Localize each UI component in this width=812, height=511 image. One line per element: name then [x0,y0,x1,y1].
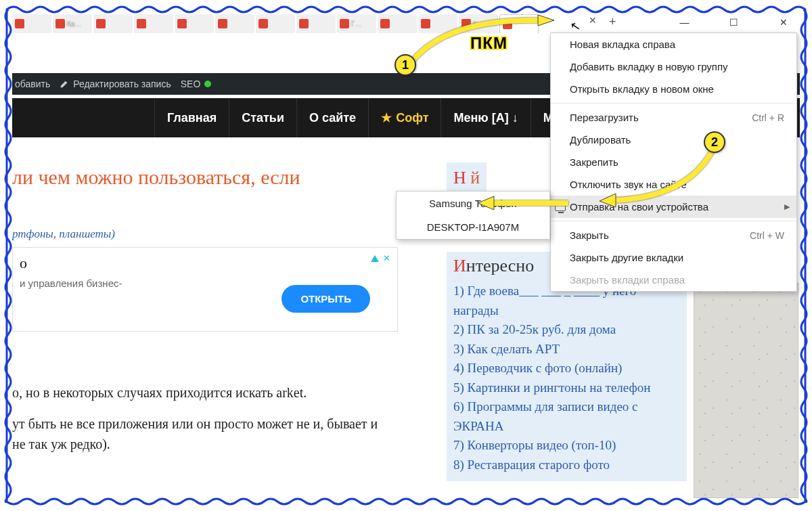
annotation-label-pkm: ПКМ [470,34,508,53]
close-window-button[interactable]: ✕ [768,12,798,32]
ctx-label: Закрыть вкладки справа [570,274,685,286]
annotation-badge-2: 2 [704,131,725,153]
nav-soft[interactable]: ★Софт [368,98,441,137]
body-paragraph: о, но в некоторых случаях приходится иск… [12,382,391,403]
sidebar-list: 1) Где воева___ ___ _ ____ у него наград… [447,277,687,481]
ctx-label: Отключить звук на сайте [570,179,687,190]
ad-info-icon[interactable] [371,255,379,262]
sidebar-heading-cut: Н й [447,162,487,191]
sidebar-link[interactable]: 3) Как сделать АРТ [453,340,680,359]
sidebar-link[interactable]: 4) Переводчик с фото (онлайн) [453,359,680,378]
ctx-label: Новая вкладка справа [570,39,675,50]
star-icon: ★ [381,110,392,125]
ctx-send-to-devices[interactable]: Отправка на свои устройства ▶ [551,196,796,218]
browser-tab[interactable] [418,14,457,33]
browser-tab[interactable] [134,14,173,33]
seo-status-dot-icon [204,81,211,87]
browser-tab[interactable] [93,14,133,33]
window-controls: — ☐ ✕ [669,12,798,32]
ctx-new-tab-right[interactable]: Новая вкладка справа [551,33,796,55]
browser-tab[interactable] [378,14,417,33]
nav-menu-a[interactable]: Меню [А] ↓ [441,98,530,137]
ctx-label: Открыть вкладку в новом окне [570,83,714,95]
nav-home[interactable]: Главная [154,98,229,137]
nav-soft-label: Софт [396,111,428,125]
body-paragraph: ут быть не все приложения или он просто … [12,414,391,454]
admin-add[interactable]: обавить [15,79,50,89]
ctx-shortcut: Ctrl + W [750,230,784,241]
ctx-reload[interactable]: ПерезагрузитьCtrl + R [551,106,796,129]
ctx-label: Закрыть другие вкладки [570,252,683,263]
sidebar-link[interactable]: 7) Конверторы видео (топ-10) [453,436,680,456]
ctx-pin[interactable]: Закрепить [551,151,796,173]
ctx-shortcut: Ctrl + R [752,112,784,123]
submenu-arrow-icon: ▶ [784,202,790,211]
browser-tab[interactable] [12,14,51,33]
sidebar-link[interactable]: 2) ПК за 20-25к руб. для дома [453,320,680,340]
device-desktop[interactable]: DESKTOP-I1A907M [397,215,549,239]
ctx-duplicate[interactable]: Дублировать [551,129,796,151]
ctx-close[interactable]: ЗакрытьCtrl + W [551,224,796,246]
new-tab-button[interactable]: + [609,15,616,29]
ctx-label: Отправка на свои устройства [570,201,708,213]
tab-close-button[interactable]: ✕ [589,15,597,26]
device-samsung[interactable]: Samsung Телефон [397,192,549,215]
texture-thumbnail [694,283,798,498]
nav-about[interactable]: О сайте [296,98,368,137]
browser-tab-active[interactable] [499,14,539,33]
ctx-separator [551,103,796,104]
devices-submenu: Samsung Телефон DESKTOP-I1A907M [396,191,550,240]
browser-tab[interactable] [215,14,254,33]
ad-close-icon[interactable]: ✕ [383,253,390,263]
browser-tab[interactable] [175,14,214,33]
ctx-label: Дублировать [570,134,631,146]
admin-seo[interactable]: SEO [181,79,212,89]
maximize-button[interactable]: ☐ [719,12,749,32]
page-subtitle: ртфоны, планшеты) [12,227,115,241]
browser-tab[interactable] [256,14,295,33]
ctx-label: Добавить вкладку в новую группу [570,61,728,72]
browser-tab[interactable]: Г… [337,14,376,33]
ctx-label: Закрыть [570,229,609,241]
browser-tab[interactable] [296,14,336,33]
ctx-label: Закрепить [570,156,618,168]
ad-banner: ✕ о и управления бизнес- ОТКРЫТЬ [12,247,398,332]
ad-open-button[interactable]: ОТКРЫТЬ [281,285,370,313]
browser-tab[interactable]: Ка… [53,14,92,33]
sidebar-link[interactable]: 5) Картинки и рингтоны на телефон [453,378,680,398]
ctx-mute[interactable]: Отключить звук на сайте [551,173,796,196]
ctx-label: Перезагрузить [570,112,639,123]
admin-edit[interactable]: Редактировать запись [60,79,171,89]
ctx-separator [551,221,796,221]
ad-heading: о [20,254,390,272]
device-icon [555,203,566,211]
article-body: о, но в некоторых случаях приходится иск… [12,382,391,465]
browser-tab[interactable]: К… [459,14,498,33]
sidebar-link[interactable]: 8) Реставрация старого фото [453,456,680,475]
ctx-open-new-window[interactable]: Открыть вкладку в новом окне [551,78,796,100]
annotation-badge-1: 1 [394,54,416,76]
ctx-close-others[interactable]: Закрыть другие вкладки [551,246,796,269]
tab-context-menu: Новая вкладка справа Добавить вкладку в … [550,32,797,292]
minimize-button[interactable]: — [669,12,700,32]
ctx-add-to-group[interactable]: Добавить вкладку в новую группу [551,55,796,78]
page-title: ли чем можно пользоваться, если [12,166,300,189]
admin-edit-label: Редактировать запись [73,79,171,89]
pencil-icon [60,79,69,89]
nav-articles[interactable]: Статьи [229,98,296,137]
sidebar-link[interactable]: 6) Программы для записи видео с ЭКРАНА [453,397,680,436]
admin-seo-label: SEO [181,79,201,89]
ctx-close-right: Закрыть вкладки справа [551,269,796,291]
